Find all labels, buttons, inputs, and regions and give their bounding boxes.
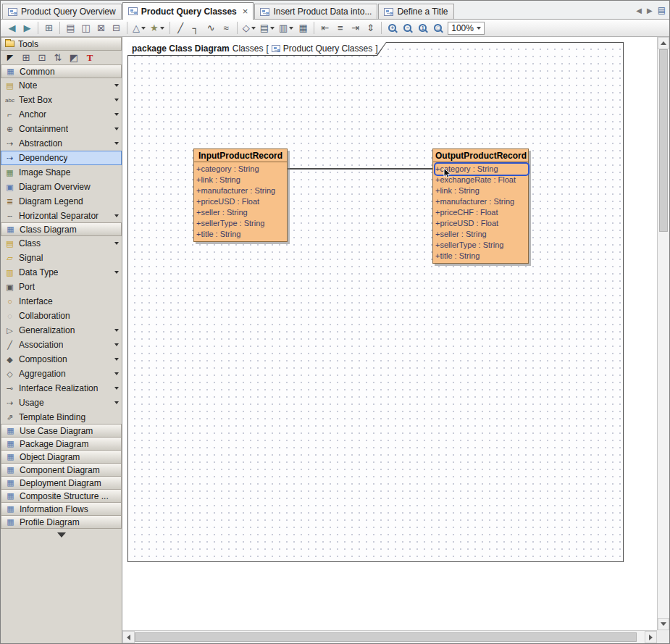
paste-button[interactable]: ◫	[78, 21, 93, 35]
tab-product-query-classes[interactable]: Product Query Classes×	[122, 2, 254, 20]
dropdown-caret-icon[interactable]	[114, 99, 119, 101]
pointer-tool-button[interactable]: ◤	[3, 51, 17, 64]
palette-item-port[interactable]: ▣Port	[1, 280, 122, 294]
dropdown-caret-icon[interactable]	[114, 214, 119, 217]
class-output-product-record[interactable]: OutputProductRecord +category : String+e…	[432, 149, 529, 264]
palette-section-deployment-diagram[interactable]: ▦Deployment Diagram	[1, 476, 122, 490]
back-button[interactable]: ◀	[4, 21, 20, 35]
dropdown-caret-icon[interactable]	[114, 242, 119, 245]
palette-item-usage[interactable]: ⇢Usage	[1, 396, 122, 410]
diagram-canvas[interactable]: package Class Diagram Classes [ Product …	[122, 37, 657, 630]
delete-button[interactable]: ⊟	[109, 21, 124, 35]
palette-item-data-type[interactable]: ▥Data Type	[1, 265, 122, 280]
tab-product-query-overview[interactable]: Product Query Overview	[2, 4, 122, 19]
class-attribute[interactable]: +category : String	[196, 164, 287, 175]
class-attribute[interactable]: +title : String	[196, 229, 287, 240]
tab-list-button[interactable]: ▤	[658, 5, 666, 15]
tab-define-a-title[interactable]: Define a Title	[378, 4, 453, 19]
dropdown-caret-icon[interactable]	[114, 401, 119, 404]
class-attribute[interactable]: +priceUSD : Float	[435, 218, 528, 229]
palette-item-abstraction[interactable]: ⇢Abstraction	[1, 136, 122, 151]
class-attribute[interactable]: +title : String	[435, 251, 528, 262]
common-shapes-dropdown[interactable]: ★	[148, 21, 167, 35]
vertical-scrollbar[interactable]	[657, 37, 669, 630]
class-attribute[interactable]: +category : String	[435, 164, 528, 175]
dropdown-caret-icon[interactable]	[114, 358, 119, 361]
display-options-button[interactable]: ▦	[296, 21, 311, 35]
palette-section-profile-diagram[interactable]: ▦Profile Diagram	[1, 515, 122, 529]
scroll-left-button[interactable]	[122, 631, 135, 643]
zoom-1-1-button[interactable]: 1	[415, 21, 430, 35]
zoom-in-button[interactable]: +	[385, 21, 400, 35]
horizontal-scroll-thumb[interactable]	[135, 632, 637, 642]
layout-tool-button[interactable]: ⊡	[35, 51, 49, 64]
dropdown-caret-icon[interactable]	[114, 329, 119, 332]
dropdown-caret-icon[interactable]	[114, 127, 119, 130]
palette-item-text-box[interactable]: abcText Box	[1, 93, 122, 107]
distribute-button[interactable]: ⇕	[363, 21, 378, 35]
palette-section-use-case-diagram[interactable]: ▦Use Case Diagram	[1, 424, 122, 438]
distribute-tool-button[interactable]: ⇅	[51, 51, 65, 64]
select-related-button[interactable]: ⊞	[19, 51, 33, 64]
palette-item-diagram-legend[interactable]: ≣Diagram Legend	[1, 194, 122, 209]
palette-item-association[interactable]: ╱Association	[1, 338, 122, 352]
dropdown-caret-icon[interactable]	[114, 271, 119, 274]
palette-item-class[interactable]: ▤Class	[1, 236, 122, 251]
palette-item-aggregation[interactable]: ◇Aggregation	[1, 367, 122, 381]
tab-close-icon[interactable]: ×	[243, 8, 248, 15]
shape-tools-dropdown[interactable]: △	[130, 21, 148, 35]
align-left-button[interactable]: ⇤	[317, 21, 332, 35]
tab-insert-product-data-into[interactable]: Insert Product Data into...	[254, 4, 377, 19]
palette-header[interactable]: Tools	[1, 37, 122, 51]
vertical-scroll-thumb[interactable]	[659, 49, 668, 232]
select-in-containment-tree-button[interactable]: ⊞	[41, 21, 56, 35]
palette-section-class-diagram[interactable]: ▦Class Diagram	[1, 222, 122, 236]
zoom-combobox[interactable]: 100%	[448, 22, 485, 35]
dependency-connector[interactable]	[288, 168, 432, 170]
compartments-button[interactable]: ▤	[258, 21, 277, 35]
palette-item-template-binding[interactable]: ⇗Template Binding	[1, 410, 122, 425]
class-input-product-record[interactable]: InputProductRecord +category : String+li…	[193, 149, 288, 242]
scroll-down-button[interactable]	[658, 618, 669, 630]
palette-section-information-flows[interactable]: ▦Information Flows	[1, 502, 122, 516]
palette-section-component-diagram[interactable]: ▦Component Diagram	[1, 463, 122, 477]
cut-button[interactable]: ⊠	[93, 21, 109, 35]
palette-item-composition[interactable]: ◆Composition	[1, 352, 122, 367]
dropdown-caret-icon[interactable]	[114, 372, 119, 375]
palette-item-interface[interactable]: ○Interface	[1, 294, 122, 309]
scroll-right-button[interactable]	[645, 631, 657, 643]
palette-item-collaboration[interactable]: ◌Collaboration	[1, 309, 122, 323]
class-attribute[interactable]: +seller : String	[196, 207, 287, 218]
palette-section-package-diagram[interactable]: ▦Package Diagram	[1, 437, 122, 451]
class-attribute[interactable]: +link : String	[196, 175, 287, 185]
palette-item-note[interactable]: ▤Note	[1, 78, 122, 93]
curve-path-button[interactable]: ≈	[219, 21, 234, 35]
dependencies-dropdown[interactable]: ◇	[240, 21, 258, 35]
palette-item-interface-realization[interactable]: ⊸Interface Realization	[1, 381, 122, 396]
palette-item-horizontal-separator[interactable]: ┄Horizontal Separator	[1, 209, 122, 223]
bezier-path-button[interactable]: ∿	[204, 21, 219, 35]
palette-section-composite-structure[interactable]: ▦Composite Structure ...	[1, 489, 122, 503]
palette-item-diagram-overview[interactable]: ▣Diagram Overview	[1, 180, 122, 194]
palette-item-containment[interactable]: ⊕Containment	[1, 122, 122, 136]
palette-section-object-diagram[interactable]: ▦Object Diagram	[1, 450, 122, 464]
palette-item-image-shape[interactable]: ▦Image Shape	[1, 165, 122, 180]
class-attribute[interactable]: +seller : String	[435, 229, 528, 240]
scroll-up-button[interactable]	[658, 37, 669, 49]
filter-tool-button[interactable]: ◩	[67, 51, 81, 64]
palette-item-dependency[interactable]: ⇢Dependency	[1, 151, 122, 165]
oblique-path-button[interactable]: ╱	[173, 21, 188, 35]
class-attribute[interactable]: +sellerType : String	[435, 240, 528, 251]
palette-item-anchor[interactable]: ⌐Anchor	[1, 107, 122, 122]
class-name[interactable]: InputProductRecord	[194, 149, 287, 162]
palette-item-generalization[interactable]: ▷Generalization	[1, 323, 122, 338]
text-mode-button[interactable]: T	[83, 51, 97, 64]
dropdown-caret-icon[interactable]	[114, 343, 119, 346]
class-name[interactable]: OutputProductRecord	[433, 149, 528, 162]
class-attribute[interactable]: +manufacturer : String	[435, 196, 528, 207]
copy-button[interactable]: ▤	[63, 21, 78, 35]
dropdown-caret-icon[interactable]	[114, 84, 119, 87]
previous-diagram-button[interactable]: ◀	[636, 5, 642, 15]
class-attribute[interactable]: +priceUSD : Float	[196, 196, 287, 207]
forward-button[interactable]: ▶	[20, 21, 35, 35]
